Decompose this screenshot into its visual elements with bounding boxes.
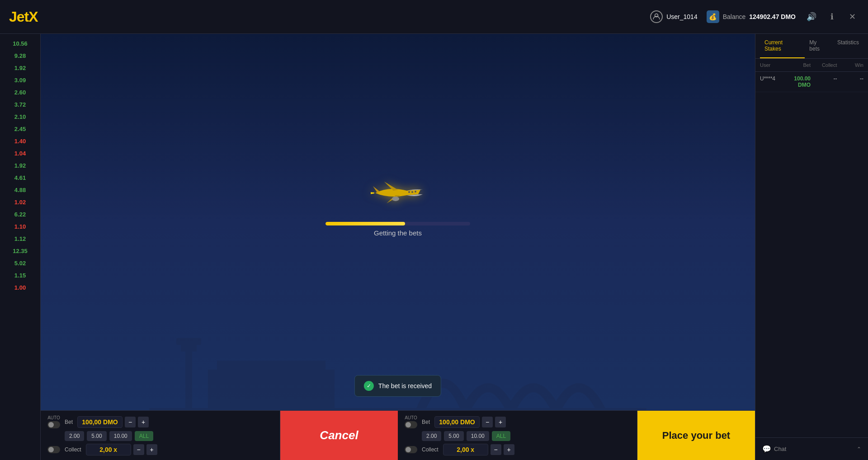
auto-toggle-1[interactable]: AUTO	[47, 415, 60, 428]
left-sidebar: 10.569.281.923.092.603.722.102.451.401.0…	[0, 34, 41, 460]
balance-value: 124902.47 DMO	[749, 13, 796, 20]
multiplier-item: 2.10	[5, 112, 36, 122]
progress-container: Getting the bets	[326, 222, 470, 237]
collect-auto-toggle-2[interactable]	[405, 446, 417, 453]
bet-value-1: 100,00 DMO	[77, 416, 123, 428]
info-icon[interactable]: ℹ	[825, 10, 839, 23]
collect-increase-1[interactable]: +	[146, 444, 157, 455]
col-bet: Bet	[787, 62, 811, 68]
multiplier-item: 1.12	[5, 234, 36, 244]
multiplier-item: 1.10	[5, 221, 36, 232]
close-icon[interactable]: ✕	[845, 10, 859, 23]
bet-panel-2-top: AUTO Bet 100,00 DMO − +	[405, 415, 630, 428]
bet-amount-control-1: 100,00 DMO − +	[77, 416, 149, 428]
user-icon	[650, 10, 663, 23]
collect-label-2: Collect	[422, 446, 439, 453]
stakes-table: User Bet Collect Win U****4 100.00 DMO -…	[755, 59, 868, 437]
preset-btn-all[interactable]: ALL	[135, 431, 153, 441]
balance-label: Balance	[723, 13, 746, 20]
svg-point-8	[408, 191, 410, 193]
chat-expand-icon[interactable]: ⌃	[857, 446, 861, 452]
multiplier-item: 1.02	[5, 197, 36, 207]
chat-icon: 💬	[762, 445, 771, 453]
bet-panel-1: AUTO Bet 100,00 DMO − + 2.005.0010.00ALL	[41, 411, 280, 460]
col-user: User	[760, 62, 784, 68]
bet-decrease-2[interactable]: −	[482, 417, 493, 427]
collect-increase-2[interactable]: +	[504, 444, 514, 455]
bet-increase-2[interactable]: +	[495, 417, 506, 427]
notification-text: The bet is received	[378, 382, 432, 390]
collect-label-1: Collect	[65, 446, 81, 453]
collect-toggle-2[interactable]	[405, 446, 417, 453]
collect-auto-toggle-1[interactable]	[47, 446, 60, 453]
right-sidebar: Current StakesMy betsStatistics User Bet…	[755, 34, 868, 460]
auto-toggle-2[interactable]: AUTO	[405, 415, 417, 428]
multiplier-item: 4.88	[5, 185, 36, 195]
place-bet-panel[interactable]: Place your bet	[637, 411, 755, 460]
svg-rect-1	[185, 347, 192, 410]
table-row: U****4 100.00 DMO -- --	[755, 72, 868, 92]
airplane-container: Getting the bets	[326, 177, 470, 237]
multiplier-item: 2.45	[5, 124, 36, 134]
collect-row-1: Collect 2,00 x − +	[47, 444, 273, 455]
preset-btn-2.00[interactable]: 2.00	[65, 431, 84, 441]
header-right: User_1014 💰 Balance 124902.47 DMO 🔊 ℹ ✕	[650, 10, 859, 23]
chat-text: Chat	[774, 446, 786, 452]
cell-user: U****4	[760, 75, 784, 88]
multiplier-item: 12.35	[5, 246, 36, 256]
bet-decrease-1[interactable]: −	[125, 417, 136, 427]
cancel-button[interactable]: Cancel	[320, 428, 358, 442]
multiplier-item: 1.92	[5, 63, 36, 73]
auto-label-1: AUTO	[47, 415, 60, 420]
collect-amount-control-2: 2,00 x − +	[443, 444, 514, 455]
preset-btn-5.00[interactable]: 5.00	[87, 431, 106, 441]
header: JetX User_1014 💰 Balance 124902.47 DMO 🔊…	[0, 0, 868, 34]
multiplier-item: 6.22	[5, 209, 36, 220]
preset-btn2-all[interactable]: ALL	[492, 431, 510, 441]
place-bet-button[interactable]: Place your bet	[662, 430, 730, 441]
cancel-panel[interactable]: Cancel	[280, 411, 398, 460]
bet-panel-1-top: AUTO Bet 100,00 DMO − +	[47, 415, 273, 428]
collect-row-2: Collect 2,00 x − +	[405, 444, 630, 455]
multiplier-item: 1.92	[5, 160, 36, 171]
preset-btn2-2.00[interactable]: 2.00	[422, 431, 441, 441]
tab-statistics[interactable]: Statistics	[833, 34, 863, 58]
user-info: User_1014	[650, 10, 698, 23]
game-canvas: Getting the bets ✓ The bet is received	[41, 34, 755, 410]
cell-collect: --	[813, 75, 837, 88]
status-text: Getting the bets	[374, 229, 422, 237]
toggle-1[interactable]	[47, 421, 60, 428]
collect-decrease-2[interactable]: −	[491, 444, 501, 455]
bet-increase-1[interactable]: +	[138, 417, 149, 427]
multiplier-item: 9.28	[5, 51, 36, 61]
toggle-2[interactable]	[405, 421, 417, 428]
collect-toggle-1[interactable]	[47, 446, 60, 453]
volume-icon[interactable]: 🔊	[805, 10, 818, 23]
auto-label-2: AUTO	[405, 415, 417, 420]
multiplier-item: 1.40	[5, 136, 36, 146]
multiplier-item: 3.09	[5, 75, 36, 85]
preset-btn2-10.00[interactable]: 10.00	[467, 431, 489, 441]
chat-bar[interactable]: 💬 Chat ⌃	[755, 437, 868, 460]
collect-value-1: 2,00 x	[86, 444, 131, 455]
collect-decrease-1[interactable]: −	[133, 444, 144, 455]
bet-label-1: Bet	[65, 419, 73, 425]
multiplier-item: 1.04	[5, 148, 36, 159]
main-content: 10.569.281.923.092.603.722.102.451.401.0…	[0, 34, 868, 460]
tab-current-stakes[interactable]: Current Stakes	[760, 34, 805, 58]
preset-btn-10.00[interactable]: 10.00	[109, 431, 132, 441]
stakes-rows: U****4 100.00 DMO -- --	[755, 72, 868, 92]
chat-label[interactable]: 💬 Chat	[762, 445, 786, 453]
tab-my-bets[interactable]: My bets	[805, 34, 833, 58]
bet-presets-2: 2.005.0010.00ALL	[422, 431, 630, 441]
bet-label-2: Bet	[422, 419, 430, 425]
svg-rect-5	[217, 361, 326, 374]
username: User_1014	[666, 13, 698, 20]
header-icons: 🔊 ℹ ✕	[805, 10, 859, 23]
preset-btn2-5.00[interactable]: 5.00	[444, 431, 463, 441]
stakes-table-header: User Bet Collect Win	[755, 59, 868, 72]
cell-win: --	[840, 75, 864, 88]
svg-rect-4	[208, 370, 335, 410]
balance-info: 💰 Balance 124902.47 DMO	[707, 10, 796, 23]
bet-received-notification: ✓ The bet is received	[354, 375, 441, 397]
